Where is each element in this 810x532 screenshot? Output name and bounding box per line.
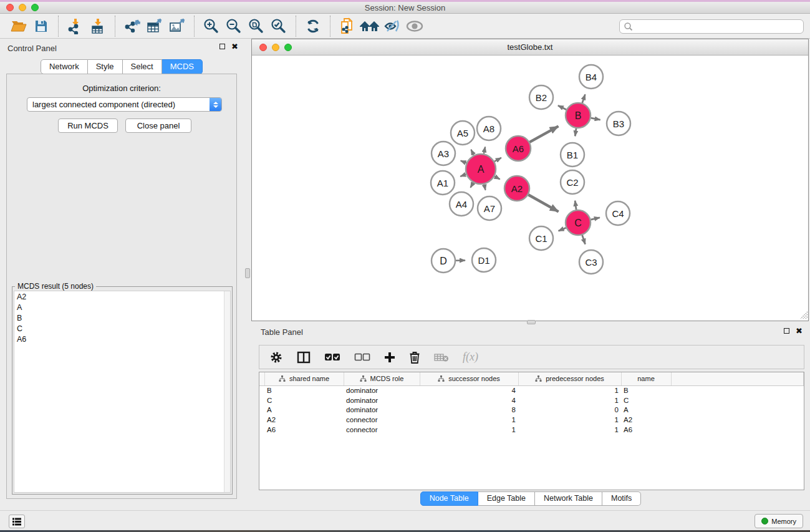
mcds-result-item[interactable]: B: [14, 312, 230, 323]
mcds-list-scrollbar[interactable]: [224, 291, 230, 492]
delete-column-button[interactable]: [409, 351, 420, 364]
table-cell[interactable]: 1: [420, 425, 518, 435]
tab-network-table[interactable]: Network Table: [535, 491, 602, 506]
network-canvas[interactable]: B4B2BB3A8A5A6A3B1AA1C2A2A4A7C4CC1C3DD1: [252, 56, 808, 321]
table-cell[interactable]: 0: [518, 405, 621, 415]
open-session-button[interactable]: [7, 16, 30, 37]
table-options-button[interactable]: [269, 351, 283, 364]
graph-node-A6[interactable]: A6: [506, 136, 531, 161]
criterion-dropdown[interactable]: largest connected component (directed): [27, 97, 222, 112]
column-header-name[interactable]: name: [621, 372, 671, 385]
network-close-icon[interactable]: [259, 44, 267, 51]
tab-mcds[interactable]: MCDS: [162, 59, 203, 74]
select-all-button[interactable]: [324, 353, 340, 362]
table-row[interactable]: A2connector11A2: [259, 415, 804, 425]
close-panel-icon[interactable]: ✖: [231, 44, 238, 49]
graph-node-A[interactable]: A: [466, 154, 496, 184]
graph-node-B3[interactable]: B3: [607, 112, 630, 135]
node-table[interactable]: shared nameMCDS rolesuccessor nodesprede…: [259, 372, 804, 490]
table-cell[interactable]: 4: [420, 385, 518, 395]
table-cell[interactable]: 1: [518, 385, 621, 395]
graph-edge-A-A6[interactable]: [494, 158, 501, 162]
mcds-result-item[interactable]: A: [14, 302, 230, 312]
import-table-button[interactable]: [87, 16, 109, 37]
horizontal-splitter-handle[interactable]: [527, 320, 536, 324]
table-cell[interactable]: A6: [621, 425, 671, 435]
graph-edge-A-A1[interactable]: [460, 174, 466, 176]
search-input[interactable]: [619, 19, 804, 34]
mcds-result-item[interactable]: A2: [14, 291, 230, 302]
graph-node-A8[interactable]: A8: [477, 117, 501, 140]
deselect-all-button[interactable]: [354, 353, 370, 362]
graph-node-C[interactable]: C: [566, 210, 591, 235]
graph-edge-A-A5[interactable]: [471, 150, 473, 155]
table-cell[interactable]: A2: [621, 415, 671, 425]
show-column-button[interactable]: [297, 351, 311, 364]
task-history-button[interactable]: [9, 515, 25, 528]
graph-edge-A-A4[interactable]: [471, 183, 473, 188]
table-cell[interactable]: 1: [518, 425, 621, 435]
add-column-button[interactable]: [384, 352, 395, 363]
graph-edge-A-A3[interactable]: [461, 161, 466, 163]
graph-edge-B-B1[interactable]: [575, 128, 576, 137]
graph-edge-C-C2[interactable]: [575, 201, 576, 210]
table-row[interactable]: Cdominator41C: [259, 395, 804, 405]
table-row[interactable]: Bdominator41B: [259, 385, 804, 395]
mcds-result-item[interactable]: A6: [14, 334, 230, 344]
network-from-file-button[interactable]: [336, 16, 359, 37]
column-header-MCDS-role[interactable]: MCDS role: [344, 372, 420, 385]
zoom-window-icon[interactable]: [31, 4, 39, 11]
graph-node-C3[interactable]: C3: [579, 250, 603, 274]
table-row[interactable]: A6connector11A6: [259, 425, 804, 435]
table-cell[interactable]: A: [264, 405, 344, 415]
mcds-result-list[interactable]: A2ABCA6: [14, 291, 231, 493]
table-cell[interactable]: 1: [420, 415, 518, 425]
graph-node-D[interactable]: D: [432, 249, 455, 273]
export-image-button[interactable]: [166, 16, 188, 37]
float-table-panel-icon[interactable]: [784, 328, 789, 334]
zoom-selected-button[interactable]: [268, 16, 290, 37]
zoom-out-button[interactable]: [223, 16, 245, 37]
graph-edge-A2-C[interactable]: [528, 195, 558, 211]
tab-network[interactable]: Network: [41, 59, 88, 74]
graph-node-A2[interactable]: A2: [504, 176, 529, 201]
graph-edge-B-B4[interactable]: [582, 94, 586, 103]
mcds-result-item[interactable]: C: [14, 323, 230, 334]
graph-node-D1[interactable]: D1: [472, 248, 496, 272]
zoom-fit-button[interactable]: [245, 16, 268, 37]
run-mcds-button[interactable]: Run MCDS: [58, 118, 118, 133]
table-cell[interactable]: connector: [344, 415, 420, 425]
column-header-successor-nodes[interactable]: successor nodes: [420, 372, 518, 385]
graph-edge-C-C3[interactable]: [582, 235, 586, 244]
delete-table-button[interactable]: [434, 352, 449, 362]
birds-eye-view-button[interactable]: [403, 16, 426, 37]
graph-edge-B-B2[interactable]: [558, 105, 566, 110]
graph-node-A4[interactable]: A4: [450, 192, 473, 216]
float-panel-icon[interactable]: [219, 44, 225, 49]
table-cell[interactable]: 8: [420, 405, 518, 415]
tab-style[interactable]: Style: [88, 59, 123, 74]
memory-button[interactable]: Memory: [755, 514, 803, 528]
resize-grip-icon[interactable]: [799, 311, 808, 319]
table-cell[interactable]: 1: [518, 395, 621, 405]
tab-select[interactable]: Select: [123, 59, 162, 74]
graph-node-A1[interactable]: A1: [431, 171, 455, 195]
close-panel-button[interactable]: Close panel: [125, 118, 191, 133]
graph-node-A7[interactable]: A7: [478, 196, 501, 220]
graph-edge-A-A2[interactable]: [494, 177, 500, 180]
table-cell[interactable]: B: [264, 385, 344, 395]
function-builder-button[interactable]: f(x): [463, 351, 478, 364]
graph-edge-B-B3[interactable]: [591, 118, 600, 120]
table-cell[interactable]: A: [621, 405, 671, 415]
refresh-button[interactable]: [302, 16, 324, 37]
zoom-in-button[interactable]: [200, 16, 223, 37]
minimize-window-icon[interactable]: [19, 4, 26, 11]
network-window-titlebar[interactable]: testGlobe.txt: [252, 39, 808, 56]
close-window-icon[interactable]: [6, 4, 14, 11]
save-session-button[interactable]: [30, 16, 52, 37]
column-header-shared-name[interactable]: shared name: [264, 372, 344, 385]
column-header-predecessor-nodes[interactable]: predecessor nodes: [518, 372, 621, 385]
graph-node-B4[interactable]: B4: [579, 65, 603, 89]
graph-node-C1[interactable]: C1: [529, 226, 553, 250]
table-cell[interactable]: dominator: [344, 405, 420, 415]
